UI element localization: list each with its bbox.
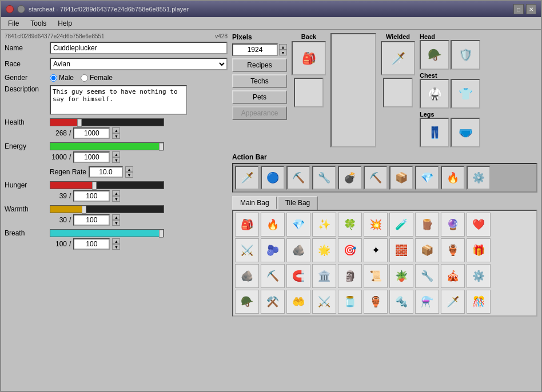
race-select[interactable]: Avian Human Apex Floran Glitch Hylotl No… [50, 58, 228, 70]
pets-button[interactable]: Pets [232, 90, 287, 104]
bag-slot-3[interactable]: ✨ [312, 213, 336, 237]
legs-slot-2[interactable]: 🩲 [451, 118, 480, 147]
pixels-input[interactable] [232, 43, 278, 56]
breath-bar-thumb[interactable] [159, 230, 164, 238]
name-input[interactable] [50, 42, 228, 54]
legs-slot-1[interactable]: 👖 [420, 118, 449, 147]
action-slot-0[interactable]: 🗡️ [235, 166, 259, 190]
health-bar-thumb[interactable] [77, 119, 82, 127]
health-down[interactable]: ▼ [112, 133, 120, 139]
bag-slot-10[interactable]: ⚔️ [235, 238, 259, 262]
bag-slot-21[interactable]: ⛏️ [261, 264, 285, 288]
action-slot-2[interactable]: ⛏️ [286, 166, 310, 190]
menu-help[interactable]: Help [55, 19, 74, 28]
restore-button[interactable]: □ [513, 4, 524, 14]
health-spinner[interactable]: ▲ ▼ [112, 127, 120, 139]
appearance-button[interactable]: Appearance [232, 106, 287, 120]
warmth-spinner[interactable]: ▲ ▼ [112, 214, 120, 226]
warmth-max-input[interactable] [73, 214, 110, 226]
bag-slot-17[interactable]: 📦 [415, 238, 439, 262]
bag-slot-11[interactable]: 🫐 [261, 238, 285, 262]
bag-slot-31[interactable]: ⚒️ [261, 290, 285, 314]
regen-up[interactable]: ▲ [125, 166, 133, 172]
back-slot-2[interactable] [294, 78, 324, 107]
bag-slot-1[interactable]: 🔥 [261, 213, 285, 237]
bag-slot-19[interactable]: 🎁 [467, 238, 491, 262]
bag-slot-32[interactable]: 🤲 [286, 290, 310, 314]
bag-slot-35[interactable]: 🏺 [364, 290, 388, 314]
minimize-button[interactable] [17, 5, 25, 13]
hunger-max-input[interactable] [73, 190, 110, 202]
action-slot-4[interactable]: 💣 [338, 166, 362, 190]
bag-slot-28[interactable]: 🎪 [441, 264, 465, 288]
bag-slot-7[interactable]: 🪵 [415, 213, 439, 237]
breath-up[interactable]: ▲ [112, 238, 120, 244]
bag-slot-5[interactable]: 💥 [364, 213, 388, 237]
pixels-down[interactable]: ▼ [279, 50, 287, 55]
male-option[interactable]: Male [50, 74, 74, 82]
window-close-button[interactable]: ✕ [526, 4, 536, 14]
bag-slot-23[interactable]: 🏛️ [312, 264, 336, 288]
bag-slot-14[interactable]: 🎯 [338, 238, 362, 262]
bag-slot-26[interactable]: 🪴 [389, 264, 413, 288]
bag-slot-20[interactable]: 🪨 [235, 264, 259, 288]
regen-input[interactable] [89, 166, 123, 178]
energy-down[interactable]: ▼ [112, 157, 120, 163]
pixels-up[interactable]: ▲ [279, 44, 287, 50]
tile-bag-tab[interactable]: Tile Bag [277, 196, 318, 210]
regen-down[interactable]: ▼ [125, 172, 133, 178]
bag-slot-9[interactable]: ❤️ [467, 213, 491, 237]
bag-slot-8[interactable]: 🔮 [441, 213, 465, 237]
chest-slot-2[interactable]: 👕 [451, 79, 480, 109]
energy-max-input[interactable] [73, 151, 110, 163]
warmth-up[interactable]: ▲ [112, 214, 120, 220]
action-slot-6[interactable]: 📦 [389, 166, 413, 190]
wielded-slot-1[interactable]: 🗡️ [381, 41, 415, 75]
male-radio[interactable] [50, 74, 57, 82]
head-slot-2[interactable]: 🛡️ [451, 40, 480, 70]
female-option[interactable]: Female [81, 74, 113, 82]
energy-bar-thumb[interactable] [159, 143, 164, 151]
bag-slot-13[interactable]: 🌟 [312, 238, 336, 262]
female-radio[interactable] [81, 74, 88, 82]
back-slot[interactable]: 🎒 [292, 41, 326, 75]
main-bag-tab[interactable]: Main Bag [232, 196, 277, 210]
bag-slot-33[interactable]: ⚔️ [312, 290, 336, 314]
energy-up[interactable]: ▲ [112, 151, 120, 157]
health-max-input[interactable] [73, 127, 110, 139]
bag-slot-29[interactable]: ⚙️ [467, 264, 491, 288]
action-slot-9[interactable]: ⚙️ [467, 166, 491, 190]
hunger-down[interactable]: ▼ [112, 196, 120, 202]
action-slot-7[interactable]: 💎 [415, 166, 439, 190]
action-slot-1[interactable]: 🔵 [261, 166, 285, 190]
bag-slot-30[interactable]: 🪖 [235, 290, 259, 314]
bag-slot-36[interactable]: 🔩 [389, 290, 413, 314]
action-slot-5[interactable]: ⛏️ [364, 166, 388, 190]
action-slot-8[interactable]: 🔥 [441, 166, 465, 190]
bag-slot-18[interactable]: 🏺 [441, 238, 465, 262]
warmth-bar-thumb[interactable] [82, 206, 86, 214]
warmth-down[interactable]: ▼ [112, 220, 120, 226]
breath-down[interactable]: ▼ [112, 244, 120, 250]
hunger-up[interactable]: ▲ [112, 190, 120, 196]
techs-button[interactable]: Techs [232, 74, 287, 88]
pixels-spinner[interactable]: ▲ ▼ [279, 44, 287, 55]
bag-slot-4[interactable]: 🍀 [338, 213, 362, 237]
bag-slot-22[interactable]: 🧲 [286, 264, 310, 288]
bag-slot-38[interactable]: 🗡️ [441, 290, 465, 314]
breath-max-input[interactable] [73, 238, 110, 250]
description-input[interactable]: This guy seems to have nothing to say fo… [50, 85, 187, 115]
hunger-bar-thumb[interactable] [92, 182, 97, 190]
wielded-slot-2[interactable] [383, 78, 413, 107]
recipes-button[interactable]: Recipes [232, 58, 287, 72]
bag-slot-0[interactable]: 🎒 [235, 213, 259, 237]
bag-slot-6[interactable]: 🧪 [389, 213, 413, 237]
head-slot-1[interactable]: 🪖 [420, 40, 449, 70]
energy-spinner[interactable]: ▲ ▼ [112, 151, 120, 163]
bag-slot-27[interactable]: 🔧 [415, 264, 439, 288]
bag-slot-25[interactable]: 📜 [364, 264, 388, 288]
breath-spinner[interactable]: ▲ ▼ [112, 238, 120, 250]
bag-slot-15[interactable]: ✦ [364, 238, 388, 262]
close-button[interactable] [6, 5, 14, 13]
hunger-spinner[interactable]: ▲ ▼ [112, 190, 120, 202]
